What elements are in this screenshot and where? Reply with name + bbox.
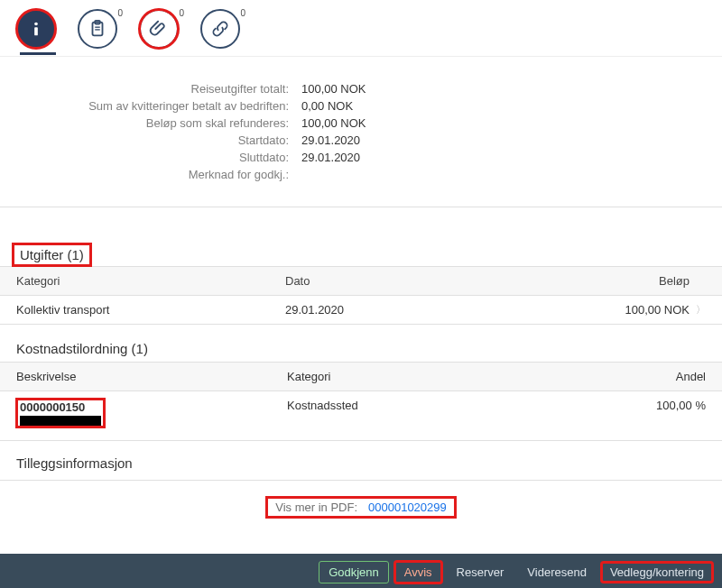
tab-links-badge: 0: [240, 8, 245, 18]
row-belop: 100,00 NOK: [554, 303, 690, 317]
kostnad-row: 0000000150 Kostnadssted 100,00 %: [0, 391, 722, 441]
utgifter-row[interactable]: Kollektiv transport 29.01.2020 100,00 NO…: [0, 296, 722, 325]
summary-block: Reiseutgifter totalt: 100,00 NOK Sum av …: [0, 57, 722, 201]
tab-attachments-badge: 0: [179, 8, 184, 18]
summary-label: Reiseutgifter totalt:: [54, 82, 289, 96]
kostnad-header: Beskrivelse Kategori Andel: [0, 362, 722, 391]
summary-label: Merknad for godkj.:: [54, 168, 289, 181]
paperclip-icon: [149, 19, 169, 39]
tab-notes[interactable]: 0: [78, 9, 117, 49]
utgifter-header: Kategori Dato Beløp: [0, 266, 722, 296]
footer-bar: Godkjenn Avvis Reserver Videresend Vedle…: [0, 554, 722, 588]
summary-row: Reiseutgifter totalt: 100,00 NOK: [54, 82, 668, 96]
pdf-row: Vis mer in PDF: 000001020299: [0, 481, 722, 554]
reject-button[interactable]: Avvis: [394, 561, 442, 583]
tab-info[interactable]: [16, 9, 56, 49]
attachments-button[interactable]: Vedlegg/kontering: [601, 562, 713, 583]
summary-label: Sluttdato:: [54, 151, 289, 164]
col-andel: Andel: [597, 370, 706, 383]
summary-value: 100,00 NOK: [301, 82, 366, 96]
summary-row: Startdato: 29.01.2020: [54, 133, 668, 147]
tab-attachments[interactable]: 0: [139, 9, 179, 49]
col-kategori2: Kategori: [287, 370, 597, 383]
reserve-button[interactable]: Reserver: [448, 562, 514, 583]
pdf-label: Vis mer in PDF:: [275, 501, 357, 514]
forward-button[interactable]: Videresend: [518, 562, 596, 583]
summary-label: Sum av kvitteringer betalt av bedriften:: [54, 99, 289, 113]
utgifter-table: Kategori Dato Beløp Kollektiv transport …: [0, 266, 722, 325]
tillegg-title: Tilleggsinformasjon: [0, 441, 722, 474]
summary-row: Sum av kvitteringer betalt av bedriften:…: [54, 99, 668, 113]
redacted-bar: [20, 416, 101, 426]
summary-row: Beløp som skal refunderes: 100,00 NOK: [54, 116, 668, 130]
svg-rect-1: [34, 27, 38, 35]
link-icon: [210, 19, 230, 39]
tab-links[interactable]: 0: [200, 9, 240, 49]
col-beskrivelse: Beskrivelse: [16, 370, 287, 383]
summary-value: 29.01.2020: [301, 151, 360, 164]
approve-button[interactable]: Godkjenn: [319, 561, 389, 583]
kostnad-id: 0000000150: [20, 400, 85, 414]
utgifter-title: Utgifter (1): [13, 243, 91, 266]
kostnad-kategori: Kostnadssted: [287, 399, 597, 412]
summary-label: Startdato:: [54, 133, 289, 147]
kostnad-title: Kostnadstilordning (1): [0, 325, 722, 362]
col-belop: Beløp: [554, 274, 690, 288]
chevron-right-icon: 〉: [690, 303, 706, 317]
tab-notes-badge: 0: [117, 8, 123, 18]
row-kategori: Kollektiv transport: [16, 303, 285, 317]
svg-point-0: [34, 23, 38, 26]
pdf-link-box: Vis mer in PDF: 000001020299: [266, 497, 456, 518]
kostnad-beskrivelse-block: 0000000150: [16, 399, 105, 427]
summary-row: Merknad for godkj.:: [54, 168, 668, 181]
summary-value: 29.01.2020: [301, 133, 360, 147]
summary-label: Beløp som skal refunderes:: [54, 116, 289, 130]
tab-bar: 0 0 0: [0, 0, 722, 57]
info-icon: [26, 19, 46, 39]
row-dato: 29.01.2020: [285, 303, 554, 317]
clipboard-icon: [88, 19, 107, 39]
col-kategori: Kategori: [16, 274, 285, 288]
summary-value: 0,00 NOK: [301, 99, 353, 113]
active-tab-underline: [20, 52, 56, 55]
summary-value: 100,00 NOK: [301, 116, 366, 130]
col-dato: Dato: [285, 274, 554, 288]
summary-row: Sluttdato: 29.01.2020: [54, 151, 668, 164]
kostnad-andel: 100,00 %: [597, 399, 706, 412]
pdf-link[interactable]: 000001020299: [368, 501, 447, 514]
